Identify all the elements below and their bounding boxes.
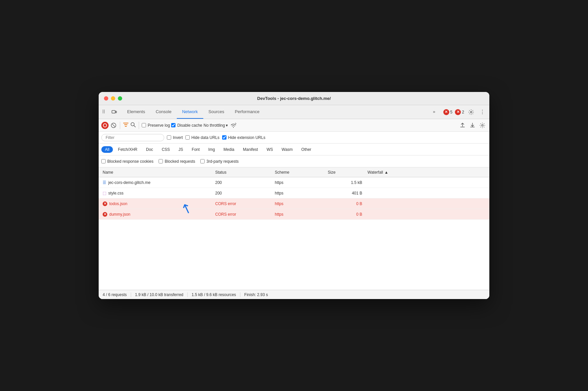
- type-js-button[interactable]: JS: [175, 146, 187, 153]
- svg-rect-7: [116, 111, 117, 113]
- type-other-button[interactable]: Other: [298, 146, 315, 153]
- hide-data-urls-checkbox[interactable]: Hide data URLs: [185, 135, 220, 140]
- svg-point-13: [233, 127, 234, 127]
- type-manifest-button[interactable]: Manifest: [239, 146, 262, 153]
- download-icon[interactable]: [468, 121, 477, 130]
- name-cell-1: ☰ jec-cors-demo.glitch.me: [101, 180, 214, 185]
- third-party-checkbox[interactable]: 3rd-party requests: [200, 159, 238, 164]
- throttle-select[interactable]: No throttling ▾: [204, 123, 228, 128]
- titlebar: DevTools - jec-cors-demo.glitch.me/: [99, 92, 489, 105]
- type-img-button[interactable]: Img: [205, 146, 219, 153]
- network-toolbar: Preserve log Disable cache No throttling…: [99, 119, 489, 132]
- clear-button[interactable]: [110, 122, 117, 129]
- upload-icon[interactable]: [458, 121, 467, 130]
- close-button[interactable]: [104, 96, 108, 101]
- disable-cache-input[interactable]: [171, 123, 175, 127]
- col-status[interactable]: Status: [214, 170, 273, 175]
- more-options-icon[interactable]: ⋮: [478, 108, 487, 116]
- scheme-cell-1: https: [273, 180, 326, 185]
- sort-asc-icon: ▲: [384, 170, 388, 175]
- tabs-list: Elements Console Network Sources Perform…: [122, 105, 265, 119]
- type-css-button[interactable]: CSS: [158, 146, 173, 153]
- hide-extension-urls-input[interactable]: [222, 135, 226, 140]
- svg-rect-4: [103, 112, 103, 113]
- error-icon-1: ✕: [103, 201, 107, 206]
- type-font-button[interactable]: Font: [188, 146, 203, 153]
- col-scheme[interactable]: Scheme: [273, 170, 326, 175]
- separator-2: [139, 122, 139, 129]
- network-settings-icon[interactable]: [478, 121, 487, 130]
- tab-console[interactable]: Console: [150, 105, 177, 119]
- col-size[interactable]: Size: [326, 170, 366, 175]
- status-resources: 1.5 kB / 9.6 kB resources: [188, 292, 240, 297]
- scheme-cell-2: https: [273, 191, 326, 195]
- size-cell-3: 0 B: [326, 201, 366, 206]
- svg-rect-6: [112, 110, 115, 113]
- tab-overflow[interactable]: »: [427, 109, 440, 115]
- settings-icon[interactable]: [467, 108, 475, 116]
- invert-checkbox[interactable]: Invert: [167, 135, 183, 140]
- cursor-icon[interactable]: [101, 109, 109, 116]
- scheme-cell-3: https: [273, 201, 326, 206]
- hide-data-urls-input[interactable]: [185, 135, 190, 140]
- type-filter-row: All Fetch/XHR Doc CSS JS Font Img Media …: [99, 144, 489, 155]
- table-row[interactable]: ⬚ style.css 200 https 401 B: [99, 188, 489, 198]
- size-cell-1: 1.5 kB: [326, 180, 366, 185]
- blocked-cookies-checkbox[interactable]: Blocked response cookies: [101, 159, 153, 164]
- search-icon[interactable]: [130, 122, 136, 129]
- error-badge-1: ✕ 5: [443, 109, 453, 115]
- error-badge-2: ✕ 2: [455, 109, 464, 115]
- maximize-button[interactable]: [118, 96, 122, 101]
- chevron-down-icon: ▾: [226, 123, 228, 128]
- wifi-icon[interactable]: [229, 121, 238, 130]
- table-row[interactable]: ☰ jec-cors-demo.glitch.me 200 https 1.5 …: [99, 177, 489, 188]
- svg-point-8: [470, 111, 472, 113]
- type-media-button[interactable]: Media: [220, 146, 238, 153]
- name-cell-4: ✕ dummy.json: [101, 212, 214, 217]
- filter-input[interactable]: [101, 134, 164, 141]
- col-name[interactable]: Name: [101, 170, 214, 175]
- table-row[interactable]: ✕ todos.json CORS error https 0 B ↙: [99, 198, 489, 209]
- col-waterfall[interactable]: Waterfall ▲: [366, 170, 487, 175]
- svg-line-10: [112, 124, 115, 127]
- preserve-log-checkbox[interactable]: Preserve log: [142, 123, 170, 128]
- window-controls: [104, 96, 122, 101]
- error-count-1: 5: [450, 110, 453, 114]
- status-bar: 4 / 6 requests 1.9 kB / 10.0 kB transfer…: [99, 290, 489, 299]
- svg-line-12: [134, 125, 136, 127]
- invert-input[interactable]: [167, 135, 171, 140]
- blocked-requests-input[interactable]: [159, 159, 163, 163]
- tab-sources[interactable]: Sources: [203, 105, 230, 119]
- table-row[interactable]: ✕ dummy.json CORS error https 0 B: [99, 209, 489, 220]
- blocked-cookies-input[interactable]: [101, 159, 106, 163]
- disable-cache-checkbox[interactable]: Disable cache: [171, 123, 202, 128]
- filter-icon[interactable]: [123, 122, 129, 129]
- hide-extension-urls-checkbox[interactable]: Hide extension URLs: [222, 135, 266, 140]
- type-all-button[interactable]: All: [101, 146, 113, 153]
- minimize-button[interactable]: [111, 96, 115, 101]
- blocked-requests-checkbox[interactable]: Blocked requests: [159, 159, 195, 164]
- devtools-window: DevTools - jec-cors-demo.glitch.me/: [99, 92, 489, 299]
- status-requests: 4 / 6 requests: [103, 292, 131, 297]
- svg-rect-0: [103, 110, 103, 110]
- svg-rect-3: [104, 111, 105, 112]
- type-ws-button[interactable]: WS: [263, 146, 276, 153]
- type-wasm-button[interactable]: Wasm: [278, 146, 297, 153]
- tab-elements[interactable]: Elements: [122, 105, 150, 119]
- html-file-icon: ☰: [103, 180, 106, 185]
- status-finish: Finish: 2.93 s: [240, 292, 272, 297]
- error-icon-2: ✕: [103, 212, 107, 217]
- tab-network[interactable]: Network: [177, 105, 203, 119]
- type-fetchxhr-button[interactable]: Fetch/XHR: [114, 146, 141, 153]
- third-party-input[interactable]: [200, 159, 205, 163]
- size-cell-4: 0 B: [326, 212, 366, 217]
- preserve-log-input[interactable]: [142, 123, 146, 127]
- record-button[interactable]: [101, 122, 109, 129]
- device-icon[interactable]: [111, 109, 118, 116]
- tabs-bar: Elements Console Network Sources Perform…: [99, 105, 489, 119]
- type-doc-button[interactable]: Doc: [142, 146, 157, 153]
- tab-performance[interactable]: Performance: [229, 105, 265, 119]
- error-count-2: 2: [462, 110, 464, 114]
- scheme-cell-4: https: [273, 212, 326, 217]
- name-cell-3: ✕ todos.json: [101, 201, 214, 206]
